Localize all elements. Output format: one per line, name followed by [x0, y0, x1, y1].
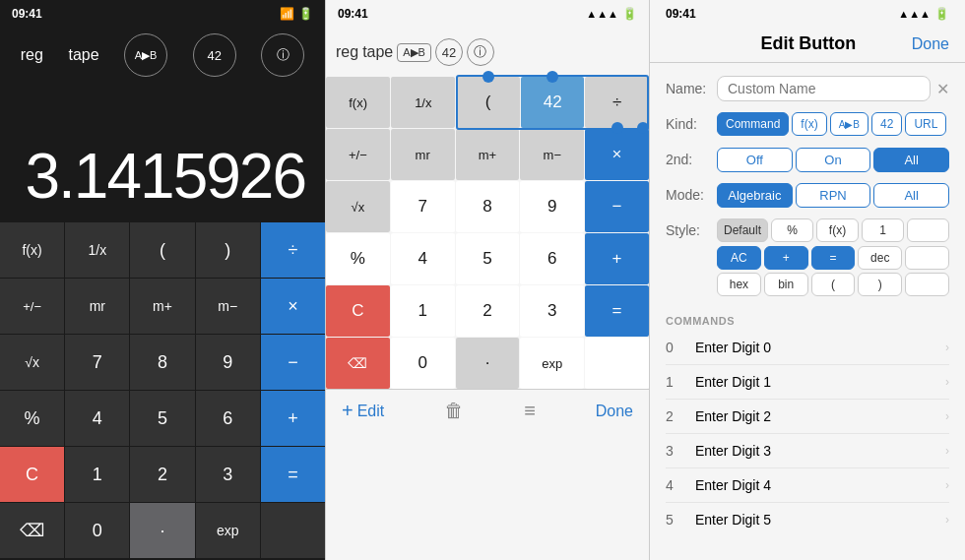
c2-btn-pct[interactable]: %: [326, 233, 390, 284]
c2-btn-5[interactable]: 5: [456, 233, 520, 284]
menu-icon[interactable]: ≡: [524, 400, 536, 422]
btn-3[interactable]: 3: [196, 447, 260, 502]
btn-8[interactable]: 8: [130, 335, 194, 390]
btn-sqrt[interactable]: √x: [0, 335, 64, 390]
drag-handle-tl[interactable]: [482, 71, 494, 83]
c2-btn-1x[interactable]: 1/x: [391, 77, 455, 128]
c2-btn-2[interactable]: 2: [456, 285, 520, 337]
btn-clear[interactable]: C: [0, 447, 64, 502]
btn-9[interactable]: 9: [196, 335, 260, 390]
c2-btn-sqrt[interactable]: √x: [326, 181, 390, 232]
c2-btn-1[interactable]: 1: [391, 285, 455, 337]
style-rp[interactable]: ): [858, 273, 902, 296]
command-item-0[interactable]: 0 Enter Digit 0 ›: [666, 331, 949, 365]
style-default[interactable]: Default: [717, 218, 768, 242]
kind-42[interactable]: 42: [871, 112, 902, 136]
style-ac[interactable]: AC: [717, 246, 761, 270]
toolbar-42[interactable]: 42: [193, 33, 236, 77]
btn-1x[interactable]: 1/x: [65, 222, 129, 278]
toolbar-info[interactable]: ⓘ: [261, 33, 304, 77]
c2-btn-c[interactable]: C: [326, 285, 390, 337]
btn-mr[interactable]: mr: [65, 279, 129, 334]
c2-btn-7[interactable]: 7: [391, 181, 455, 232]
nd2-off[interactable]: Off: [717, 148, 793, 172]
done-p2[interactable]: Done: [596, 403, 633, 420]
btn-6[interactable]: 6: [196, 391, 260, 446]
style-bin[interactable]: bin: [764, 273, 808, 296]
btn-plusminus[interactable]: +/−: [0, 279, 64, 334]
btn-fx[interactable]: f(x): [0, 222, 64, 278]
p2-toolbar-info[interactable]: ⓘ: [467, 38, 494, 66]
command-item-2[interactable]: 2 Enter Digit 2 ›: [666, 400, 949, 434]
btn-7[interactable]: 7: [65, 335, 129, 390]
trash-icon[interactable]: 🗑: [444, 400, 464, 422]
c2-btn-back[interactable]: ⌫: [326, 338, 390, 389]
nd2-on[interactable]: On: [796, 148, 871, 172]
toolbar-tape[interactable]: tape: [68, 46, 98, 64]
add-button[interactable]: +: [342, 400, 354, 422]
mode-algebraic[interactable]: Algebraic: [717, 183, 793, 208]
p2-toolbar-42[interactable]: 42: [435, 38, 463, 66]
drag-handle-bl[interactable]: [611, 122, 623, 134]
c2-btn-add[interactable]: +: [585, 233, 649, 284]
btn-4[interactable]: 4: [65, 391, 129, 446]
name-input[interactable]: [717, 76, 931, 101]
toolbar-reg[interactable]: reg: [21, 46, 43, 64]
btn-mminus[interactable]: m−: [196, 279, 260, 334]
c2-btn-3[interactable]: 3: [520, 285, 584, 337]
done-button[interactable]: Done: [912, 35, 949, 53]
style-dec[interactable]: dec: [858, 246, 902, 270]
p2-toolbar-reg[interactable]: reg: [336, 43, 358, 61]
c2-btn-mul[interactable]: ×: [585, 129, 649, 180]
btn-mplus[interactable]: m+: [130, 279, 194, 334]
c2-btn-lparen[interactable]: (: [456, 77, 520, 128]
c2-btn-eq[interactable]: =: [585, 285, 649, 337]
style-eq[interactable]: =: [811, 246, 856, 270]
nd2-all[interactable]: All: [873, 148, 949, 172]
c2-btn-fx[interactable]: f(x): [326, 77, 390, 128]
btn-rparen[interactable]: ): [196, 222, 260, 278]
kind-url[interactable]: URL: [905, 112, 946, 136]
c2-btn-8[interactable]: 8: [456, 181, 520, 232]
btn-sub[interactable]: −: [261, 335, 325, 390]
btn-0[interactable]: 0: [65, 503, 129, 558]
c2-btn-mm[interactable]: m−: [520, 129, 584, 180]
c2-btn-dot2[interactable]: ·: [456, 338, 520, 389]
btn-mul[interactable]: ×: [261, 279, 325, 334]
command-item-5[interactable]: 5 Enter Digit 5 ›: [666, 503, 949, 536]
c2-btn-4[interactable]: 4: [391, 233, 455, 284]
style-fx[interactable]: f(x): [816, 218, 859, 242]
kind-fx[interactable]: f(x): [792, 112, 826, 136]
style-pct[interactable]: %: [771, 218, 813, 242]
p2-toolbar-ab[interactable]: A▶B: [397, 43, 431, 62]
mode-all[interactable]: All: [873, 183, 949, 208]
c2-btn-pm[interactable]: +/−: [326, 129, 390, 180]
drag-handle-tr[interactable]: [547, 71, 558, 83]
c2-btn-exp[interactable]: exp: [520, 338, 584, 389]
c2-btn-mp[interactable]: m+: [456, 129, 520, 180]
btn-pct[interactable]: %: [0, 391, 64, 446]
btn-eq[interactable]: =: [261, 447, 325, 502]
c2-btn-mr[interactable]: mr: [391, 129, 455, 180]
command-item-1[interactable]: 1 Enter Digit 1 ›: [666, 365, 949, 400]
btn-lparen[interactable]: (: [130, 222, 194, 278]
drag-handle-br[interactable]: [637, 122, 649, 134]
c2-btn-0[interactable]: 0: [391, 338, 455, 389]
toolbar-ab[interactable]: A▶B: [124, 33, 167, 77]
btn-1[interactable]: 1: [65, 447, 129, 502]
btn-exp[interactable]: exp: [196, 503, 260, 558]
btn-5[interactable]: 5: [130, 391, 194, 446]
c2-btn-9[interactable]: 9: [520, 181, 584, 232]
style-lp[interactable]: (: [811, 273, 856, 296]
btn-2[interactable]: 2: [130, 447, 194, 502]
btn-div[interactable]: ÷: [261, 222, 325, 278]
command-item-4[interactable]: 4 Enter Digit 4 ›: [666, 468, 949, 503]
edit-label[interactable]: Edit: [357, 403, 385, 420]
btn-back[interactable]: ⌫: [0, 503, 64, 558]
kind-ab[interactable]: A▶B: [830, 112, 868, 136]
c2-btn-42[interactable]: 42: [521, 77, 585, 128]
style-hex[interactable]: hex: [717, 273, 761, 296]
style-1[interactable]: 1: [862, 218, 904, 242]
c2-btn-6[interactable]: 6: [520, 233, 584, 284]
kind-command[interactable]: Command: [717, 112, 789, 136]
